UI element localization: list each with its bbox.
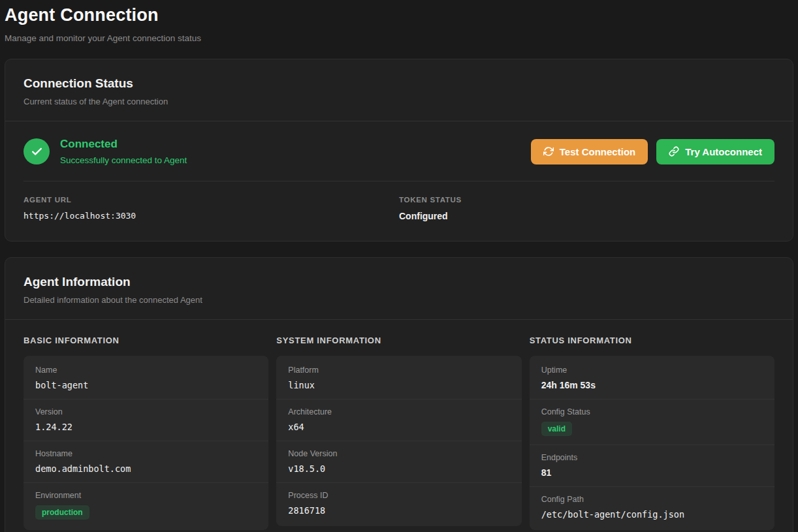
info-value: v18.5.0 <box>288 463 509 474</box>
info-item-endpoints: Endpoints 81 <box>530 445 774 487</box>
refresh-icon <box>543 146 554 157</box>
system-information-heading: SYSTEM INFORMATION <box>276 336 521 345</box>
connection-details: AGENT URL https://localhost:3030 TOKEN S… <box>5 181 793 241</box>
agent-url-label: AGENT URL <box>24 196 399 204</box>
info-label: Config Status <box>541 407 763 416</box>
info-item-hostname: Hostname demo.adminbolt.com <box>24 441 268 483</box>
try-autoconnect-label: Try Autoconnect <box>685 146 762 157</box>
page-subtitle: Manage and monitor your Agent connection… <box>5 33 793 43</box>
basic-information-panel: Name bolt-agent Version 1.24.22 Hostname… <box>24 356 268 530</box>
info-label: Architecture <box>288 407 509 416</box>
info-item-architecture: Architecture x64 <box>276 399 521 441</box>
check-icon <box>24 138 50 164</box>
agent-url-field: AGENT URL https://localhost:3030 <box>24 196 399 221</box>
agent-info-card-header: Agent Information Detailed information a… <box>5 258 793 320</box>
basic-information-column: BASIC INFORMATION Name bolt-agent Versio… <box>24 336 268 530</box>
info-label: Hostname <box>35 449 257 458</box>
info-label: Process ID <box>288 491 509 500</box>
system-information-panel: Platform linux Architecture x64 Node Ver… <box>276 356 521 526</box>
info-item-uptime: Uptime 24h 16m 53s <box>530 358 774 399</box>
try-autoconnect-button[interactable]: Try Autoconnect <box>656 139 774 164</box>
page: Agent Connection Manage and monitor your… <box>0 0 798 532</box>
token-status-field: TOKEN STATUS Configured <box>399 196 774 221</box>
info-value: bolt-agent <box>35 380 257 390</box>
status-texts: Connected Successfully connected to Agen… <box>60 138 187 165</box>
connection-card-subtitle: Current status of the Agent connection <box>24 97 774 106</box>
info-label: Platform <box>288 366 509 375</box>
agent-info-grid: BASIC INFORMATION Name bolt-agent Versio… <box>5 320 793 532</box>
info-item-config-status: Config Status valid <box>530 399 774 445</box>
info-item-environment: Environment production <box>24 483 268 528</box>
info-value: 81 <box>541 467 763 478</box>
status-row: Connected Successfully connected to Agen… <box>5 121 793 181</box>
page-title: Agent Connection <box>5 5 793 25</box>
connection-card-title: Connection Status <box>24 76 774 91</box>
test-connection-button[interactable]: Test Connection <box>531 139 648 164</box>
status-actions: Test Connection Try Autoconnect <box>531 139 774 164</box>
status-information-heading: STATUS INFORMATION <box>530 336 774 345</box>
status-message: Successfully connected to Agent <box>60 155 187 165</box>
info-value: 24h 16m 53s <box>541 380 763 390</box>
status-information-column: STATUS INFORMATION Uptime 24h 16m 53s Co… <box>530 336 774 530</box>
info-item-node-version: Node Version v18.5.0 <box>276 441 521 483</box>
agent-info-card-title: Agent Information <box>24 275 774 289</box>
info-value: linux <box>288 380 509 390</box>
link-icon <box>669 146 679 157</box>
info-label: Name <box>35 366 257 375</box>
info-value: x64 <box>288 422 509 432</box>
status-indicator: Connected Successfully connected to Agen… <box>24 138 187 165</box>
agent-information-card: Agent Information Detailed information a… <box>5 257 793 532</box>
info-label: Uptime <box>541 366 763 375</box>
environment-badge: production <box>35 505 89 520</box>
status-information-panel: Uptime 24h 16m 53s Config Status valid E… <box>530 356 774 530</box>
info-value: 1.24.22 <box>35 422 257 432</box>
status-state: Connected <box>60 138 187 151</box>
info-value: demo.adminbolt.com <box>35 463 257 474</box>
token-status-label: TOKEN STATUS <box>399 196 774 204</box>
info-label: Environment <box>35 491 257 500</box>
info-label: Endpoints <box>541 453 763 462</box>
info-item-version: Version 1.24.22 <box>24 399 268 441</box>
test-connection-label: Test Connection <box>560 146 635 157</box>
connection-status-card: Connection Status Current status of the … <box>5 59 793 242</box>
connection-card-header: Connection Status Current status of the … <box>5 59 793 121</box>
token-status-value: Configured <box>399 211 774 221</box>
info-label: Node Version <box>288 449 509 458</box>
info-item-config-path: Config Path /etc/bolt-agent/config.json <box>530 487 774 528</box>
info-label: Version <box>35 407 257 416</box>
agent-url-value: https://localhost:3030 <box>24 211 399 221</box>
info-value: /etc/bolt-agent/config.json <box>541 509 763 520</box>
basic-information-heading: BASIC INFORMATION <box>24 336 268 345</box>
info-item-process-id: Process ID 2816718 <box>276 483 521 524</box>
agent-info-card-subtitle: Detailed information about the connected… <box>24 295 774 305</box>
system-information-column: SYSTEM INFORMATION Platform linux Archit… <box>276 336 521 530</box>
config-status-badge: valid <box>541 422 572 436</box>
info-value: 2816718 <box>288 505 509 516</box>
info-item-name: Name bolt-agent <box>24 358 268 399</box>
info-label: Config Path <box>541 495 763 504</box>
info-item-platform: Platform linux <box>276 358 521 399</box>
